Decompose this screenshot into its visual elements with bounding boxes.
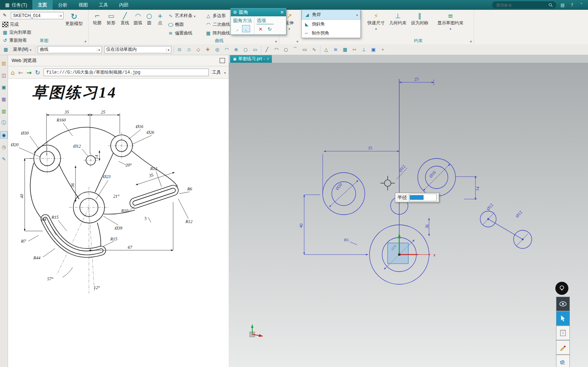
group-launcher-icon[interactable] xyxy=(469,40,473,44)
home-icon[interactable]: ⌂ xyxy=(11,69,15,76)
chevron-down-icon[interactable] xyxy=(375,26,377,31)
refresh-icon[interactable]: ↻ xyxy=(35,69,40,76)
spline-tool-icon[interactable]: ∿ xyxy=(311,46,318,53)
fillet-no-trim-icon[interactable]: ◟ xyxy=(242,25,250,32)
radius-input[interactable] xyxy=(409,194,437,201)
tab-view[interactable]: 视图 xyxy=(73,0,93,10)
scope-filter-combo[interactable]: 仅在活动草图内 xyxy=(104,46,171,53)
address-bar[interactable] xyxy=(44,69,209,76)
menu-item-make-corner[interactable]: ⌐ 制作拐角 xyxy=(302,29,360,38)
offset-curve-button[interactable]: ≋ 偏置曲线 xyxy=(168,30,192,36)
group-launcher-icon[interactable] xyxy=(84,40,87,44)
dim-label[interactable]: 40 xyxy=(298,223,304,228)
display-sketch-constraints-button[interactable]: ≡ 显示草图约束 xyxy=(432,12,469,31)
constraint-navigator-icon[interactable]: ◫ xyxy=(0,71,8,79)
roles-icon[interactable]: ✎ xyxy=(0,155,8,162)
chevron-down-icon[interactable] xyxy=(95,47,101,52)
pattern-curve-button[interactable]: ▦ 阵列曲线 xyxy=(205,30,230,36)
line-button[interactable]: ╱ 直线 xyxy=(118,12,132,26)
geometric-constraint-button[interactable]: ⊥ 几何约束 xyxy=(388,12,408,26)
finish-sketch-button[interactable]: 完成 xyxy=(2,21,19,28)
center-snap-icon[interactable]: ◎ xyxy=(214,46,221,53)
selected-region[interactable] xyxy=(388,243,408,264)
group-launcher-icon[interactable] xyxy=(274,40,278,44)
dim-label[interactable]: R5 xyxy=(344,238,349,242)
geometric-constraint-tool-icon[interactable]: ⊥ xyxy=(360,46,368,53)
tab-task[interactable]: ▦ 任务(T) xyxy=(0,0,32,10)
chevron-down-icon[interactable] xyxy=(450,26,452,31)
pattern-curve-tool-icon[interactable]: ▦ xyxy=(342,46,349,53)
snap-point-icon[interactable]: ⊙ xyxy=(176,46,183,53)
intersection-snap-icon[interactable]: ✚ xyxy=(204,46,212,53)
fillet-trim-icon[interactable]: ◞ xyxy=(233,25,241,32)
line-tool-icon[interactable]: ╱ xyxy=(264,46,271,53)
eye-button[interactable] xyxy=(556,297,570,311)
menu-item-corner-weld[interactable]: ◢ 角焊 xyxy=(302,10,360,20)
point-on-surface-snap-icon[interactable]: ▭ xyxy=(252,46,259,53)
part-navigator-icon[interactable]: ▣ xyxy=(0,83,8,91)
chevron-down-icon[interactable] xyxy=(356,12,358,17)
chevron-down-icon[interactable] xyxy=(289,26,290,31)
make-symmetric-button[interactable]: ∥ 设为对称 xyxy=(409,12,430,26)
hint-lightbulb-button[interactable] xyxy=(555,282,568,295)
dim-label[interactable]: 35 xyxy=(367,145,372,151)
group-launcher-icon[interactable] xyxy=(296,40,299,44)
close-icon[interactable]: ✕ xyxy=(280,10,284,15)
web-browser-icon[interactable]: ◉ xyxy=(0,131,8,139)
minimize-ribbon-icon[interactable]: ˄ xyxy=(579,3,584,8)
offset-curve-tool-icon[interactable]: ≋ xyxy=(332,46,339,53)
arc-tool-icon[interactable]: ◠ xyxy=(273,46,280,53)
menu-item-chamfer[interactable]: ◣ 倒斜角 xyxy=(302,20,360,29)
tab-tools[interactable]: 工具 xyxy=(93,0,114,10)
menu-button[interactable]: 菜单(M) xyxy=(12,46,33,53)
quadrant-snap-icon[interactable]: ◠ xyxy=(223,46,230,53)
chevron-down-icon[interactable] xyxy=(165,47,170,52)
sketch-graphics[interactable]: 25 35 40 Ø20 Ø16 Ø12 14 Ø39 36 R5 Ø12 Ø1… xyxy=(229,63,588,367)
maximize-icon[interactable] xyxy=(220,58,225,63)
info-icon[interactable]: ⓘ xyxy=(0,119,8,127)
profile-button[interactable]: ⌐ 轮廓 xyxy=(90,12,105,26)
midpoint-snap-icon[interactable]: ◇ xyxy=(195,46,202,53)
ribbon-options-icon[interactable]: ▤ xyxy=(560,3,565,8)
bookmark-navigator-icon[interactable]: ▤ xyxy=(0,59,8,67)
point-button[interactable]: + 点 xyxy=(155,12,165,26)
pin-icon[interactable]: ▫ xyxy=(264,57,265,61)
notepad-button[interactable] xyxy=(556,326,570,340)
polygon-button[interactable]: △ 多边形 xyxy=(205,13,226,19)
close-icon[interactable]: × xyxy=(267,57,269,61)
polygon-tool-icon[interactable]: △ xyxy=(323,46,330,53)
quick-dimension-button[interactable]: ⚡ 快速尺寸 xyxy=(366,12,386,31)
eraser-button[interactable] xyxy=(556,355,570,367)
tab-home[interactable]: 主页 xyxy=(32,0,53,10)
dim-label[interactable]: Ø12 xyxy=(398,164,407,173)
sketch-dimension-labels[interactable]: 25 35 40 Ø20 Ø16 Ø12 14 Ø39 36 R5 Ø12 Ø1… xyxy=(298,76,523,251)
arc-button[interactable]: ◠ 圆弧 xyxy=(131,12,145,26)
fillet-tool-icon[interactable]: ⌒ xyxy=(292,46,299,53)
orient-to-sketch-button[interactable]: ▦ 定向到草图 xyxy=(2,29,31,36)
circle-tool-icon[interactable]: ○ xyxy=(282,46,290,53)
back-icon[interactable]: ← xyxy=(18,69,23,76)
address-input[interactable] xyxy=(46,70,207,75)
part-tab[interactable]: ▣ 草图练习.prt ▫ × xyxy=(230,55,272,63)
dim-label[interactable]: Ø16 xyxy=(428,170,437,179)
circle-button[interactable]: ○ 圆 xyxy=(144,12,155,26)
rectangle-button[interactable]: ▭ 矩形 xyxy=(104,12,118,26)
more-tools-icon[interactable]: ▾ xyxy=(379,46,387,53)
existing-point-snap-icon[interactable]: ⊕ xyxy=(233,46,240,53)
rectangle-tool-icon[interactable]: ▭ xyxy=(301,46,309,53)
dim-label[interactable]: Ø12 xyxy=(486,202,494,211)
endpoint-snap-icon[interactable]: ▫ xyxy=(185,46,193,53)
delete-third-curve-icon[interactable]: ✕ xyxy=(257,25,265,33)
conic-button[interactable]: ◠ 二次曲线 xyxy=(205,21,230,28)
quick-dimension-tool-icon[interactable]: ↔ xyxy=(351,46,358,53)
command-search-box[interactable] xyxy=(492,1,556,8)
wcs-origin[interactable] xyxy=(398,253,400,256)
dim-label[interactable]: Ø20 xyxy=(335,182,343,191)
history-icon[interactable]: ◷ xyxy=(0,143,8,150)
tab-analysis[interactable]: 分析 xyxy=(53,0,73,10)
ellipse-button[interactable]: ○ 椭圆 xyxy=(168,21,184,28)
chevron-down-icon[interactable] xyxy=(194,13,196,18)
dim-label[interactable]: 25 xyxy=(414,76,419,82)
forward-icon[interactable]: → xyxy=(26,69,32,76)
materials-library-icon[interactable]: ▥ xyxy=(0,107,8,115)
